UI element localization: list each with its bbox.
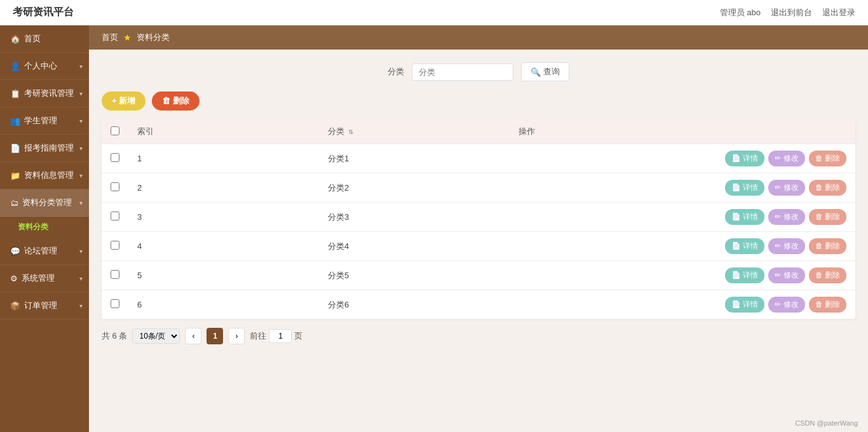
row-checkbox[interactable] (111, 212, 119, 220)
row-actions-cell: 📄 详情 ✏ 修改 🗑 删除 (510, 290, 855, 320)
chevron-down-icon-8: ▾ (79, 275, 83, 282)
goto-label: 前往 (250, 330, 266, 342)
remove-button[interactable]: 🗑 删除 (809, 151, 846, 166)
search-bar: 分类 🔍 查询 (102, 62, 855, 81)
sidebar-item-students[interactable]: 👥 学生管理 ▾ (0, 107, 89, 135)
sidebar-item-students-label: 学生管理 (24, 115, 57, 126)
sidebar-item-personal[interactable]: 👤 个人中心 ▾ (0, 53, 89, 80)
total-count: 共 6 条 (102, 330, 127, 342)
goto-page: 前往 页 (250, 329, 302, 343)
remove-button[interactable]: 🗑 删除 (809, 209, 846, 225)
row-checkbox[interactable] (111, 153, 119, 162)
pagination: 共 6 条 10条/页 20条/页 50条/页 ‹ 1 › 前往 页 (102, 328, 855, 344)
row-actions-cell: 📄 详情 ✏ 修改 🗑 删除 (510, 173, 855, 203)
forum-icon: 💬 (10, 246, 20, 256)
footer-watermark: CSDN @paterWang (795, 419, 858, 427)
row-actions: 📄 详情 ✏ 修改 🗑 删除 (519, 238, 846, 254)
top-navbar: 考研资讯平台 管理员 abo 退出到前台 退出登录 (0, 0, 868, 25)
detail-button[interactable]: 📄 详情 (725, 209, 764, 225)
logout-link[interactable]: 退出登录 (822, 7, 855, 18)
detail-button[interactable]: 📄 详情 (725, 238, 764, 254)
row-category: 分类2 (319, 173, 510, 203)
detail-button[interactable]: 📄 详情 (725, 151, 764, 166)
table-row: 1 分类1 📄 详情 ✏ 修改 🗑 删除 (102, 144, 855, 173)
resource-info-icon: 📁 (10, 171, 20, 180)
row-category: 分类6 (319, 290, 510, 320)
row-index: 1 (128, 144, 319, 173)
edit-button[interactable]: ✏ 修改 (768, 209, 804, 225)
sidebar-sub-label: 资料分类 (18, 222, 48, 231)
remove-button[interactable]: 🗑 删除 (809, 180, 846, 196)
next-page-button[interactable]: › (228, 328, 245, 344)
header-checkbox-cell (102, 119, 128, 144)
sidebar-item-resource-cat-label: 资料分类管理 (22, 197, 72, 208)
sidebar-item-order[interactable]: 📦 订单管理 ▾ (0, 292, 89, 320)
per-page-select[interactable]: 10条/页 20条/页 50条/页 (132, 328, 180, 344)
sidebar-item-resource-cat[interactable]: 🗂 资料分类管理 ▾ (0, 189, 89, 217)
row-actions: 📄 详情 ✏ 修改 🗑 删除 (519, 267, 846, 283)
sidebar-item-guide-label: 报考指南管理 (24, 142, 74, 154)
sidebar-item-system[interactable]: ⚙ 系统管理 ▾ (0, 265, 89, 292)
prev-page-button[interactable]: ‹ (185, 328, 201, 344)
sort-icon[interactable]: ⇅ (348, 128, 353, 135)
goto-page-input[interactable] (269, 329, 292, 343)
resource-cat-icon: 🗂 (10, 198, 18, 208)
table-row: 5 分类5 📄 详情 ✏ 修改 🗑 删除 (102, 261, 855, 290)
sidebar-item-guide[interactable]: 📄 报考指南管理 ▾ (0, 135, 89, 162)
system-icon: ⚙ (10, 274, 18, 283)
row-index: 5 (128, 261, 319, 290)
breadcrumb-home[interactable]: 首页 (102, 32, 118, 43)
breadcrumb-current: 资料分类 (137, 32, 170, 43)
row-index: 6 (128, 290, 319, 320)
remove-button[interactable]: 🗑 删除 (809, 267, 846, 283)
row-index: 3 (128, 203, 319, 232)
sidebar-item-news-label: 考研资讯管理 (24, 88, 74, 99)
row-checkbox[interactable] (111, 182, 119, 191)
add-button[interactable]: + 新增 (102, 91, 146, 111)
select-all-checkbox[interactable] (111, 126, 119, 135)
table-row: 3 分类3 📄 详情 ✏ 修改 🗑 删除 (102, 203, 855, 232)
search-icon: 🔍 (531, 67, 541, 77)
header-actions: 操作 (510, 119, 855, 144)
current-page-indicator: 1 (207, 328, 223, 344)
sidebar-item-home[interactable]: 🏠 首页 (0, 25, 89, 53)
page-content: 分类 🔍 查询 + 新增 🗑 删除 (89, 50, 868, 357)
main-content: 首页 ★ 资料分类 分类 🔍 查询 + 新增 🗑 删除 (89, 25, 868, 432)
row-actions-cell: 📄 详情 ✏ 修改 🗑 删除 (510, 261, 855, 290)
sidebar: 🏠 首页 👤 个人中心 ▾ 📋 考研资讯管理 ▾ 👥 学生管理 ▾ 📄 报考指南… (0, 25, 89, 432)
edit-button[interactable]: ✏ 修改 (768, 267, 804, 283)
edit-button[interactable]: ✏ 修改 (768, 297, 804, 313)
batch-delete-button[interactable]: 🗑 删除 (152, 91, 200, 111)
sidebar-item-forum[interactable]: 💬 论坛管理 ▾ (0, 238, 89, 265)
row-checkbox-cell (102, 232, 128, 261)
remove-button[interactable]: 🗑 删除 (809, 297, 846, 313)
sidebar-item-news[interactable]: 📋 考研资讯管理 ▾ (0, 80, 89, 107)
home-icon: 🏠 (10, 34, 20, 44)
row-category: 分类1 (319, 144, 510, 173)
detail-button[interactable]: 📄 详情 (725, 267, 764, 283)
detail-button[interactable]: 📄 详情 (725, 297, 764, 313)
students-icon: 👥 (10, 116, 20, 126)
row-actions-cell: 📄 详情 ✏ 修改 🗑 删除 (510, 232, 855, 261)
page-unit: 页 (294, 330, 302, 342)
sidebar-item-resource-info-label: 资料信息管理 (24, 170, 74, 181)
edit-button[interactable]: ✏ 修改 (768, 180, 804, 196)
edit-button[interactable]: ✏ 修改 (768, 238, 804, 254)
row-actions: 📄 详情 ✏ 修改 🗑 删除 (519, 209, 846, 225)
guide-icon: 📄 (10, 144, 20, 153)
search-input[interactable] (412, 64, 513, 81)
row-checkbox[interactable] (111, 270, 119, 279)
chevron-down-icon-2: ▾ (79, 90, 83, 97)
detail-button[interactable]: 📄 详情 (725, 180, 764, 196)
chevron-down-icon-7: ▾ (79, 248, 83, 255)
back-to-front-link[interactable]: 退出到前台 (771, 7, 812, 18)
search-button[interactable]: 🔍 查询 (521, 62, 569, 81)
row-checkbox[interactable] (111, 241, 119, 250)
row-checkbox[interactable] (111, 299, 119, 308)
sidebar-item-resource-sub[interactable]: 资料分类 (0, 217, 89, 238)
remove-button[interactable]: 🗑 删除 (809, 238, 846, 254)
category-table: 索引 分类 ⇅ 操作 1 分类1 (102, 119, 855, 319)
row-actions: 📄 详情 ✏ 修改 🗑 删除 (519, 297, 846, 313)
edit-button[interactable]: ✏ 修改 (768, 151, 804, 166)
sidebar-item-resource-info[interactable]: 📁 资料信息管理 ▾ (0, 162, 89, 189)
